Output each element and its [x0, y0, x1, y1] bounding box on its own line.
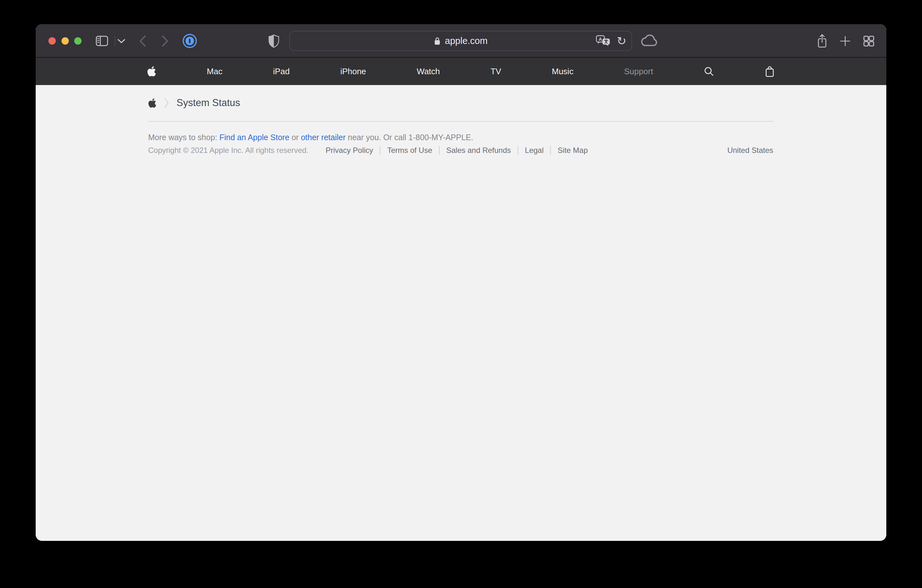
- svg-text:A: A: [598, 36, 602, 41]
- browser-toolbar: apple.com A ↺: [36, 24, 886, 58]
- more-ways-to-shop-text: More ways to shop: Find an Apple Store o…: [148, 133, 473, 142]
- close-window-button[interactable]: [48, 37, 56, 44]
- new-tab-icon[interactable]: [836, 24, 854, 58]
- nav-item-ipad[interactable]: iPad: [273, 67, 289, 77]
- privacy-policy-link[interactable]: Privacy Policy: [322, 145, 380, 155]
- nav-item-mac[interactable]: Mac: [207, 67, 222, 77]
- shop-or-text: or: [289, 133, 301, 142]
- shop-prefix-text: More ways to shop:: [148, 133, 219, 142]
- zoom-window-button[interactable]: [74, 37, 82, 44]
- site-map-link[interactable]: Site Map: [551, 145, 595, 155]
- toolbar-separator: [115, 36, 115, 46]
- sales-and-refunds-link[interactable]: Sales and Refunds: [440, 145, 518, 155]
- search-icon[interactable]: [704, 66, 714, 77]
- legal-link[interactable]: Legal: [518, 145, 551, 155]
- other-retailer-link[interactable]: other retailer: [301, 133, 345, 142]
- shop-suffix-text: near you. Or call 1-800-MY-APPLE.: [346, 133, 473, 142]
- apple-logo-breadcrumb-icon[interactable]: [148, 98, 157, 108]
- footer-links: Privacy Policy Terms of Use Sales and Re…: [322, 145, 595, 155]
- nav-item-music[interactable]: Music: [552, 67, 574, 77]
- nav-item-support[interactable]: Support: [624, 67, 653, 77]
- region-selector[interactable]: United States: [727, 146, 773, 155]
- chevron-down-icon[interactable]: [116, 24, 127, 58]
- breadcrumb-current-page: System Status: [177, 97, 240, 109]
- sidebar-toggle-icon[interactable]: [95, 24, 109, 58]
- footer-divider: [148, 121, 773, 122]
- bag-icon[interactable]: [765, 65, 775, 78]
- minimize-window-button[interactable]: [62, 37, 69, 44]
- apple-global-nav: Mac iPad iPhone Watch TV Music Support: [36, 58, 886, 85]
- onepassword-extension-icon[interactable]: [182, 24, 197, 58]
- shield-privacy-icon[interactable]: [267, 24, 280, 58]
- tab-overview-icon[interactable]: [860, 24, 878, 58]
- find-apple-store-link[interactable]: Find an Apple Store: [219, 133, 289, 142]
- share-icon[interactable]: [813, 24, 831, 58]
- translate-icon[interactable]: A: [596, 35, 610, 47]
- icloud-tab-icon[interactable]: [638, 24, 660, 58]
- breadcrumb-chevron-icon: [164, 98, 169, 108]
- lock-icon: [434, 36, 441, 46]
- legal-row: Copyright © 2021 Apple Inc. All rights r…: [36, 145, 886, 155]
- url-text[interactable]: apple.com: [445, 36, 488, 46]
- forward-icon[interactable]: [159, 24, 171, 58]
- safari-window: apple.com A ↺: [36, 24, 886, 541]
- reload-icon[interactable]: ↺: [617, 35, 626, 47]
- nav-item-tv[interactable]: TV: [490, 67, 501, 77]
- back-icon[interactable]: [137, 24, 149, 58]
- copyright-text: Copyright © 2021 Apple Inc. All rights r…: [148, 146, 308, 155]
- page-content: System Status More ways to shop: Find an…: [36, 85, 886, 540]
- nav-item-iphone[interactable]: iPhone: [340, 67, 366, 77]
- address-bar[interactable]: apple.com A ↺: [289, 31, 632, 51]
- terms-of-use-link[interactable]: Terms of Use: [380, 145, 439, 155]
- breadcrumb: System Status: [148, 95, 240, 111]
- apple-logo-icon[interactable]: [147, 65, 156, 77]
- nav-item-watch[interactable]: Watch: [417, 67, 440, 77]
